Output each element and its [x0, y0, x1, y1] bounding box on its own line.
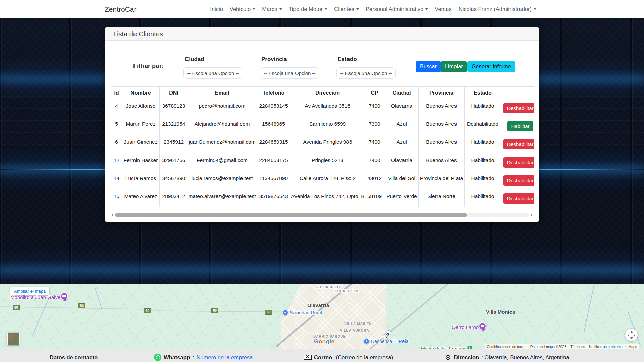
deshabilitar-button[interactable]: Deshabilitar: [503, 157, 534, 168]
sociedad-rural-marker[interactable]: [282, 310, 288, 315]
monolito-camera-marker[interactable]: [60, 292, 68, 300]
nav-item-ventas[interactable]: Ventas: [432, 3, 454, 15]
cell-email: juanGuimenez@hotmail.com: [188, 135, 256, 153]
col-header-ciudad: Ciudad: [385, 87, 419, 99]
cell-dni: 36789123: [160, 99, 188, 117]
cell-estado: Habilitado: [465, 171, 501, 189]
cell-dni: 21321954: [160, 117, 188, 135]
cell-cp: 43012: [364, 171, 385, 189]
cell-cp: 7300: [364, 117, 385, 135]
cell-estado: Habilitado: [465, 153, 501, 171]
nav-item-marca[interactable]: Marca: [259, 3, 285, 15]
provincia-select[interactable]: -- Escoja una Opcion --: [260, 67, 319, 79]
deshabilitar-button[interactable]: Deshabilitar: [503, 175, 534, 186]
map-type-thumbnail[interactable]: [7, 333, 20, 345]
location-pin-icon: [445, 354, 451, 361]
despensa-label: Despensa El Pela: [371, 339, 408, 344]
el-pasillo-label: EL PASILLO: [317, 285, 340, 289]
col-header-email: Email: [188, 87, 256, 99]
background-glow-line: [0, 270, 644, 270]
deshabilitar-button[interactable]: Deshabilitar: [503, 103, 534, 113]
cell-ciudad: Villa del Sol: [385, 171, 419, 189]
sociedad-rural-label: Sociedad Rural: [290, 310, 322, 315]
col-header-id: Id: [111, 87, 122, 99]
limpiar-button[interactable]: Limpiar: [441, 61, 467, 72]
villa-aurora-label: VILLA AURORA: [340, 329, 369, 333]
cell-estado: Habilitado: [465, 189, 501, 207]
villa-mailen-label: VILLA MAILÉN: [344, 322, 372, 326]
cell-telefono: 15648965: [256, 117, 291, 135]
terms-link[interactable]: Términos: [568, 344, 587, 349]
cell-nombre: Jose Alfonso: [122, 99, 160, 117]
nav-item-clientes[interactable]: Clientes: [331, 3, 362, 15]
buscar-button[interactable]: Buscar: [416, 61, 441, 72]
cell-direccion: Pringles 5213: [291, 153, 364, 171]
chevron-down-icon: [356, 8, 359, 10]
habilitar-button[interactable]: Habilitar: [507, 121, 533, 131]
cell-dni: 28903412: [160, 189, 188, 207]
route-60-badge: 60: [144, 308, 151, 313]
datos-de-contacto-label: Datos de contacto: [50, 349, 98, 362]
cell-ciudad: Olavarria: [385, 99, 419, 117]
cell-cp: 58109: [364, 189, 385, 207]
cell-ciudad: Azul: [385, 117, 419, 135]
chevron-down-icon: [279, 8, 282, 10]
cell-cp: 7400: [364, 135, 385, 153]
nav-item-user-menu[interactable]: Nicolas Franz (Administrador): [455, 3, 539, 15]
cell-id: 6: [111, 135, 122, 153]
estado-select[interactable]: -- Escoja una Opcion --: [336, 67, 396, 79]
ciudad-filter-label: Ciudad: [185, 56, 243, 63]
cell-id: 15: [111, 189, 122, 207]
google-map[interactable]: Ampliar el mapa Monolito a Juan Gálvez 6…: [0, 284, 644, 349]
filter-area: Filtrar por: Ciudad -- Escoja una Opcion…: [105, 41, 539, 86]
report-problem-link[interactable]: Notificar un problema de Maps: [587, 344, 639, 349]
cell-cp: 7400: [364, 153, 385, 171]
nav-item-vehiculo[interactable]: Vehiculo: [227, 3, 258, 15]
scroll-right-arrow-icon[interactable]: [530, 213, 533, 217]
deshabilitar-button[interactable]: Deshabilitar: [503, 139, 534, 149]
nav-item-personal-administrativo[interactable]: Personal Administrativo: [363, 3, 431, 15]
generar-informe-button[interactable]: Generar Informe: [467, 61, 515, 72]
cell-provincia: Buenos Aires: [419, 153, 465, 171]
cell-actions: Deshabilitar: [501, 99, 534, 117]
brand-logo[interactable]: ZentroCar: [105, 5, 137, 13]
cell-direccion: Calle Aurora 128, Piso 2: [291, 171, 364, 189]
ciudad-select[interactable]: -- Escoja una Opcion --: [183, 67, 243, 79]
estado-filter-label: Estado: [338, 56, 396, 63]
nav-item-inicio[interactable]: Inicio: [207, 3, 226, 15]
scroll-left-arrow-icon[interactable]: [111, 213, 114, 217]
whatsapp-number-link[interactable]: Numero de la empresa: [196, 354, 253, 361]
keyboard-shortcuts-link[interactable]: Combinaciones de teclas: [485, 344, 528, 349]
deshabilitar-button[interactable]: Deshabilitar: [503, 193, 534, 204]
scrollbar-thumb[interactable]: [115, 213, 467, 217]
monte-fresnos-marker[interactable]: [467, 345, 473, 349]
scrollbar-track[interactable]: [115, 213, 529, 217]
cell-email: Alejandro@hotmail.com: [188, 117, 256, 135]
clientes-table-wrapper: Id Nombre DNI Email Telefono Direccion C…: [111, 86, 534, 207]
cell-estado: Habilitado: [465, 135, 501, 153]
cell-provincia: Provincia del Plata: [419, 171, 465, 189]
cerro-largo-camera-marker[interactable]: [479, 322, 486, 330]
cell-id: 14: [111, 171, 122, 189]
cell-nombre: Fermin Hasker: [122, 153, 160, 171]
clientes-table: Id Nombre DNI Email Telefono Direccion C…: [111, 86, 534, 207]
cell-provincia: Sierra Norte: [419, 189, 465, 207]
table-row: 14Lucía Ramos34567890lucia.ramos@example…: [111, 171, 534, 189]
cell-email: lucia.ramos@example.test: [188, 171, 256, 189]
despensa-marker[interactable]: [364, 338, 369, 344]
cell-telefono: 2284953145: [256, 99, 291, 117]
map-pan-control[interactable]: [625, 329, 638, 341]
cell-ciudad: Olavarria: [385, 153, 419, 171]
correo-value: :(Correo de la empresa): [334, 354, 393, 361]
cell-provincia: Buenos Aires: [419, 99, 465, 117]
map-data-label: Datos del mapa ©2025: [528, 344, 569, 349]
cell-id: 12: [111, 153, 122, 171]
horizontal-scrollbar[interactable]: [111, 213, 533, 217]
col-header-actions: [501, 87, 534, 99]
cell-id: 4: [111, 99, 122, 117]
table-row: 12Fermin Hasker32961756Fermin54@gmail.co…: [111, 153, 534, 171]
chevron-down-icon: [253, 8, 255, 10]
navbar: ZentroCar Inicio Vehiculo Marca Tipo de …: [0, 0, 644, 18]
nav-item-tipo-de-motor[interactable]: Tipo de Motor: [286, 3, 330, 15]
provincia-filter-label: Provincia: [261, 56, 319, 63]
